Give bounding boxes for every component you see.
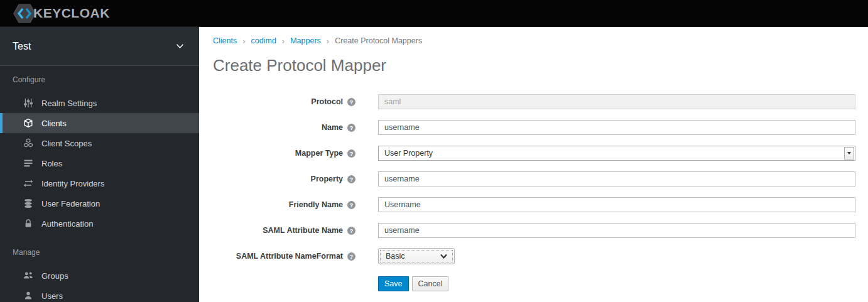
nav-section-title: Manage [0, 245, 199, 261]
mapper-type-selected-value: User Property [384, 149, 433, 158]
breadcrumb-item-codimd: codimd [251, 36, 276, 45]
mapper-type-help-icon[interactable] [347, 149, 355, 158]
protocol-label: Protocol [311, 97, 343, 106]
nav-item-label: Users [41, 291, 63, 301]
form-row-saml-attribute-nameformat: SAML Attribute NameFormat Basic [213, 248, 868, 264]
sidebar-item-roles[interactable]: Roles [0, 153, 199, 173]
sidebar-item-client-scopes[interactable]: Client Scopes [0, 133, 199, 153]
breadcrumb-link-codimd[interactable]: codimd [251, 36, 276, 45]
dropdown-arrow-icon[interactable] [844, 147, 854, 159]
friendly-name-help-icon[interactable] [347, 201, 355, 209]
brand-text: KEYCLOAK [33, 6, 110, 21]
breadcrumb-separator: › [282, 36, 285, 46]
sidebar-item-users[interactable]: Users [0, 286, 199, 302]
breadcrumb-link-mappers[interactable]: Mappers [290, 36, 321, 45]
cancel-button[interactable]: Cancel [412, 276, 449, 291]
sidebar-item-user-federation[interactable]: User Federation [0, 193, 199, 213]
sidebar-item-identity-providers[interactable]: Identity Providers [0, 173, 199, 193]
cubes-icon [23, 138, 33, 148]
nav-section-manage: Manage Groups Users [0, 245, 199, 302]
nav-item-label: Authentication [41, 219, 93, 229]
friendly-name-input[interactable] [378, 197, 855, 212]
breadcrumb-item-create-protocol-mappers: Create Protocol Mappers [335, 36, 422, 45]
breadcrumb-item-clients: Clients [213, 36, 237, 45]
group-icon [23, 271, 33, 281]
form-row-mapper-type: Mapper Type User Property [213, 145, 868, 161]
property-help-icon[interactable] [347, 175, 355, 183]
form-actions: Save Cancel [378, 276, 868, 291]
breadcrumb-separator: › [242, 36, 245, 46]
property-input[interactable] [378, 171, 855, 186]
nav-item-label: Clients [41, 119, 67, 128]
protocol-help-icon[interactable] [347, 98, 355, 106]
keycloak-logo[interactable]: KEYCLOAK [13, 3, 110, 24]
saml-attribute-nameformat-help-icon[interactable] [347, 252, 355, 261]
saml-attribute-nameformat-label: SAML Attribute NameFormat [236, 252, 343, 261]
breadcrumb-link-clients[interactable]: Clients [213, 36, 237, 45]
sidebar-item-clients[interactable]: Clients [0, 113, 199, 133]
sidebar: Test Configure Realm Settings Clients Cl… [0, 27, 199, 302]
nav-item-label: Realm Settings [41, 99, 97, 108]
sidebar-nav: Configure Realm Settings Clients Client … [0, 66, 199, 302]
nav-item-label: Groups [41, 271, 68, 281]
nav-item-label: Identity Providers [41, 179, 104, 188]
nav-item-label: User Federation [41, 199, 100, 208]
database-icon [23, 198, 33, 208]
main-content: Clients›codimd›Mappers›Create Protocol M… [199, 27, 868, 302]
nav-section-configure: Configure Realm Settings Clients Client … [0, 72, 199, 234]
sidebar-item-authentication[interactable]: Authentication [0, 213, 199, 234]
name-input[interactable] [378, 120, 855, 135]
chevron-down-icon [440, 254, 447, 259]
cube-icon [23, 118, 33, 128]
saml-attribute-name-label: SAML Attribute Name [263, 226, 343, 235]
nav-section-title: Configure [0, 72, 199, 88]
name-label: Name [322, 123, 343, 132]
list-bars-icon [23, 158, 33, 168]
nav-item-label: Client Scopes [41, 139, 92, 148]
form-row-name: Name [213, 119, 868, 136]
mapper-type-label: Mapper Type [295, 149, 343, 158]
breadcrumb-item-mappers: Mappers [290, 36, 321, 45]
sliders-icon [23, 98, 33, 108]
friendly-name-label: Friendly Name [289, 200, 343, 209]
form-row-property: Property [213, 171, 868, 187]
save-button[interactable]: Save [378, 276, 409, 291]
page-title: Create Protocol Mapper [213, 54, 868, 77]
realm-name: Test [13, 41, 31, 52]
exchange-arrows-icon [23, 178, 33, 188]
saml-attribute-name-input[interactable] [378, 223, 855, 238]
user-icon [23, 291, 33, 301]
create-protocol-mapper-form: Protocol Name Mapper Type User Property … [213, 94, 868, 264]
protocol-input [378, 94, 855, 109]
form-row-friendly-name: Friendly Name [213, 197, 868, 213]
form-row-protocol: Protocol [213, 94, 868, 110]
mapper-type-select[interactable]: User Property [378, 146, 855, 161]
saml-attribute-nameformat-select[interactable]: Basic [378, 248, 455, 264]
sidebar-item-realm-settings[interactable]: Realm Settings [0, 93, 199, 113]
masthead: KEYCLOAK [0, 0, 868, 27]
chevron-down-icon [176, 43, 184, 49]
property-label: Property [311, 175, 343, 183]
form-row-saml-attribute-name: SAML Attribute Name [213, 222, 868, 239]
lock-icon [23, 218, 33, 229]
breadcrumb-separator: › [327, 36, 329, 46]
saml-attribute-name-help-icon[interactable] [347, 227, 355, 235]
realm-selector[interactable]: Test [0, 27, 199, 66]
name-help-icon[interactable] [347, 124, 355, 132]
saml-attribute-nameformat-selected-value: Basic [386, 252, 405, 261]
nav-item-label: Roles [41, 159, 62, 168]
sidebar-item-groups[interactable]: Groups [0, 266, 199, 286]
breadcrumb: Clients›codimd›Mappers›Create Protocol M… [213, 35, 868, 46]
